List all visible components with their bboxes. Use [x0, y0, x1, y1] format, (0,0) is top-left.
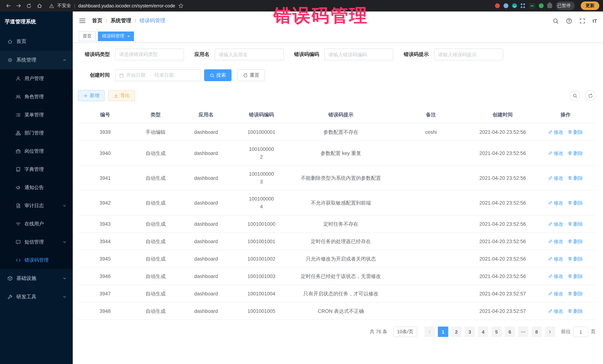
delete-link[interactable]: 删除	[568, 128, 583, 136]
extensions-puzzle-icon[interactable]	[547, 3, 552, 8]
extension-leaf-icon[interactable]	[539, 3, 544, 8]
extension-teal-check-icon[interactable]	[512, 3, 517, 8]
delete-link[interactable]: 删除	[568, 149, 583, 157]
edit-link[interactable]: 修改	[548, 237, 563, 245]
edit-link[interactable]: 修改	[548, 272, 563, 280]
breadcrumb-system-mgmt[interactable]: 系统管理	[111, 17, 131, 24]
edit-link[interactable]: 修改	[548, 220, 563, 228]
users-icon	[16, 94, 21, 99]
reset-button[interactable]: 重置	[237, 69, 265, 81]
page-button-1[interactable]: 1	[438, 327, 448, 337]
sidebar-item-system-mgmt[interactable]: 系统管理	[0, 51, 73, 69]
sidebar-item-post-mgmt[interactable]: 岗位管理	[0, 142, 73, 160]
cell-msg: 参数配置不存在	[290, 124, 392, 140]
page-button-5[interactable]: 5	[491, 327, 502, 337]
sidebar-item-error-code-mgmt[interactable]: 错误码管理	[0, 251, 73, 269]
error-msg-label: 错误码提示	[404, 51, 429, 58]
home-icon	[7, 39, 13, 44]
edit-link[interactable]: 修改	[548, 174, 563, 182]
cell-type: 自动生成	[132, 194, 179, 211]
address-bar[interactable]: 不安全 | dashboard.yudao.iocoder.cn/system/…	[45, 3, 494, 9]
search-button[interactable]: 搜索	[204, 69, 232, 81]
delete-link[interactable]: 删除	[568, 199, 583, 207]
page-button-4[interactable]: 4	[478, 327, 488, 337]
error-code-input[interactable]	[324, 49, 393, 60]
edit-link[interactable]: 修改	[548, 149, 563, 157]
page-button-8[interactable]: 8	[531, 327, 542, 337]
forward-arrow-icon	[16, 3, 21, 9]
sidebar-item-role-mgmt[interactable]: 角色管理	[0, 88, 73, 106]
sidebar-item-user-mgmt[interactable]: 用户管理	[0, 69, 73, 88]
chrome-update-button[interactable]: 更新	[581, 1, 599, 10]
sidebar-item-dept-mgmt[interactable]: 部门管理	[0, 124, 73, 142]
delete-link[interactable]: 删除	[568, 174, 583, 182]
edit-link[interactable]: 修改	[548, 128, 563, 136]
browser-home-button[interactable]	[35, 1, 44, 10]
tab-home[interactable]: 首页	[79, 31, 96, 41]
browser-reload-button[interactable]	[24, 1, 33, 10]
page-size-select[interactable]: 10条/页	[393, 327, 417, 337]
page-ellipsis-button[interactable]: ···	[518, 327, 528, 337]
extension-blue-icon[interactable]	[504, 3, 508, 8]
refresh-table-button[interactable]	[585, 90, 596, 101]
page-goto-input[interactable]	[573, 327, 588, 337]
cell-app: dashboard	[179, 194, 233, 211]
search-icon[interactable]	[552, 18, 559, 24]
browser-back-button[interactable]	[4, 1, 13, 10]
add-button[interactable]: 新增	[78, 90, 105, 101]
page-button-6[interactable]: 6	[505, 327, 515, 337]
export-button[interactable]: 导出	[108, 90, 135, 101]
sidebar-item-audit-log[interactable]: 审计日志	[0, 197, 73, 215]
app-name-input[interactable]	[215, 49, 284, 60]
toggle-search-button[interactable]	[570, 90, 580, 101]
cell-id: 3943	[78, 216, 132, 232]
prev-page-button[interactable]	[425, 327, 435, 337]
sidebar-item-notice[interactable]: 通知公告	[0, 178, 73, 197]
breadcrumb-home[interactable]: 首页	[92, 17, 103, 24]
download-icon	[114, 93, 118, 98]
delete-link[interactable]: 删除	[568, 272, 583, 280]
breadcrumb-error-code[interactable]: 错误码管理	[139, 17, 165, 24]
extension-red-icon[interactable]	[495, 3, 500, 8]
bookmark-star-icon[interactable]	[178, 3, 184, 9]
hamburger-icon[interactable]	[79, 17, 86, 24]
user-icon	[16, 76, 21, 81]
edit-link[interactable]: 修改	[548, 255, 563, 263]
sidebar-item-menu-mgmt[interactable]: 菜单管理	[0, 106, 73, 124]
edit-icon	[548, 222, 553, 226]
edit-link[interactable]: 修改	[548, 199, 563, 207]
extension-on-badge[interactable]: on	[529, 3, 535, 8]
sidebar-item-sms-mgmt[interactable]: 短信管理	[0, 233, 73, 251]
font-size-icon[interactable]: tT	[592, 18, 597, 23]
table-row: 3944 自动生成 dashboard 1001001001 定时任务的处理器已…	[78, 233, 596, 250]
delete-link[interactable]: 删除	[568, 237, 583, 245]
page-button-2[interactable]: 2	[451, 327, 462, 337]
delete-link[interactable]: 删除	[568, 307, 583, 315]
edit-link[interactable]: 修改	[548, 307, 563, 315]
col-header-msg: 错误码提示	[290, 106, 392, 123]
extension-grid-icon[interactable]	[521, 3, 525, 8]
next-page-button[interactable]	[545, 327, 555, 337]
sidebar-item-home[interactable]: 首页	[0, 32, 73, 51]
delete-link[interactable]: 删除	[568, 290, 583, 298]
wrench-icon	[7, 294, 13, 299]
tab-error-code-mgmt[interactable]: 错误码管理 ×	[98, 31, 134, 41]
help-icon[interactable]	[566, 18, 572, 24]
delete-link[interactable]: 删除	[568, 255, 583, 263]
error-msg-input[interactable]	[434, 49, 503, 60]
sidebar-item-infrastructure[interactable]: 基础设施	[0, 269, 73, 288]
sidebar-item-online-users[interactable]: 在线用户	[0, 215, 73, 233]
profile-paused-badge[interactable]: 已暂停	[556, 1, 575, 10]
address-url[interactable]: dashboard.yudao.iocoder.cn/system/error-…	[78, 3, 175, 8]
sidebar-item-dict-mgmt[interactable]: 字典管理	[0, 160, 73, 178]
fullscreen-icon[interactable]	[579, 18, 585, 24]
delete-link[interactable]: 删除	[568, 220, 583, 228]
page-button-3[interactable]: 3	[464, 327, 475, 337]
error-type-select[interactable]: 请选择错误码类型	[115, 49, 184, 60]
browser-forward-button[interactable]	[14, 1, 23, 10]
list-icon	[16, 112, 21, 117]
sidebar-item-dev-tools[interactable]: 研发工具	[0, 288, 73, 306]
close-icon[interactable]: ×	[127, 34, 130, 38]
edit-link[interactable]: 修改	[548, 290, 563, 298]
date-range-picker[interactable]: 开始日期 - 结束日期	[115, 69, 201, 81]
